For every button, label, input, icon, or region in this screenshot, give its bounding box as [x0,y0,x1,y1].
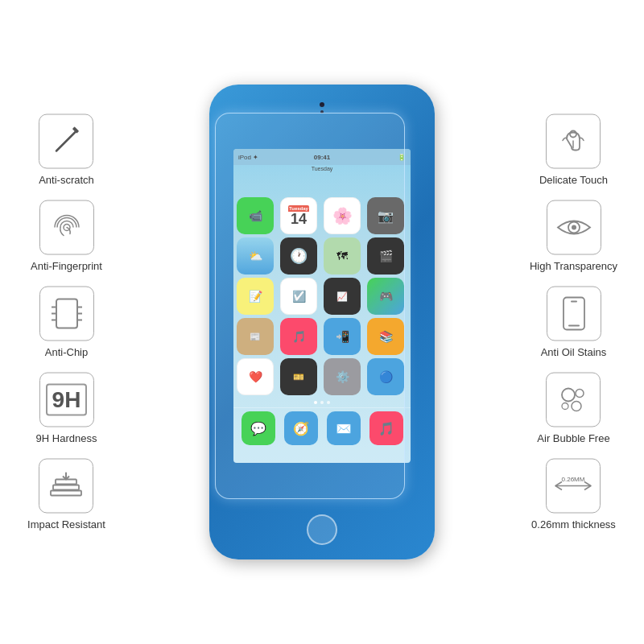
high-transparency-label: High Transparency [530,260,617,272]
impact-icon-box [39,459,93,514]
svg-rect-19 [571,301,577,303]
feature-anti-fingerprint: Anti-Fingerprint [31,200,102,272]
svg-rect-3 [56,299,77,328]
thickness-icon: 0.26MM [552,470,594,502]
touch-icon-box [546,114,601,169]
chip-icon [52,296,82,332]
feature-9h-hardness: 9H 9H Hardness [36,373,97,444]
svg-text:0.26MM: 0.26MM [562,476,585,483]
feature-air-bubble: Air Bubble Free [537,373,609,444]
home-button[interactable] [307,514,337,545]
svg-point-21 [576,390,584,398]
9h-icon-box: 9H [39,373,94,427]
right-features: Delicate Touch High Transparency [511,114,636,530]
feature-anti-oil: Anti Oil Stains [541,287,607,358]
svg-rect-10 [51,491,81,496]
9h-text: 9H [46,384,88,416]
feature-impact-resistant: Impact Resistant [27,459,105,530]
left-features: Anti-scratch Anti-Fingerprint [8,114,125,530]
scratch-icon [50,126,82,158]
svg-point-20 [562,389,575,402]
eye-icon-box [547,200,601,255]
anti-oil-label: Anti Oil Stains [541,346,607,358]
touch-icon [556,125,590,159]
feature-anti-scratch: Anti-scratch [39,114,94,186]
delicate-touch-label: Delicate Touch [539,174,608,186]
eye-icon [555,213,593,242]
svg-point-16 [572,225,576,230]
feature-thickness: 0.26MM 0.26mm thickness [531,459,616,530]
anti-chip-icon-box [39,287,94,341]
phone-icon [560,296,588,332]
phone-wrapper: iPod ✦ 09:41 🔋 Tuesday 📹 Tuesday 14 [197,72,447,572]
svg-line-0 [56,132,76,151]
fingerprint-icon [49,210,85,246]
device-screen: iPod ✦ 09:41 🔋 Tuesday 📹 Tuesday 14 [233,149,411,463]
svg-point-22 [572,402,581,411]
bubble-icon-box [546,373,601,427]
thickness-icon-box: 0.26MM [546,459,601,514]
feature-delicate-touch: Delicate Touch [539,114,608,186]
main-container: Anti-scratch Anti-Fingerprint [0,0,644,644]
oil-icon-box [547,287,601,341]
impact-icon [47,472,85,501]
thickness-label: 0.26mm thickness [531,518,616,530]
svg-point-23 [562,403,568,410]
anti-fingerprint-icon-box [39,200,94,255]
svg-rect-11 [53,485,79,490]
phone-screen: iPod ✦ 09:41 🔋 Tuesday 📹 Tuesday 14 [209,85,435,559]
air-bubble-label: Air Bubble Free [537,432,609,444]
anti-scratch-label: Anti-scratch [39,174,94,186]
feature-high-transparency: High Transparency [530,200,617,272]
anti-scratch-icon-box [39,114,93,169]
feature-anti-chip: Anti-Chip [39,287,94,358]
anti-fingerprint-label: Anti-Fingerprint [31,260,102,272]
9h-label: 9H Hardness [36,432,97,444]
bubbles-icon [555,382,591,418]
anti-chip-label: Anti-Chip [45,346,88,358]
impact-resistant-label: Impact Resistant [27,518,105,530]
